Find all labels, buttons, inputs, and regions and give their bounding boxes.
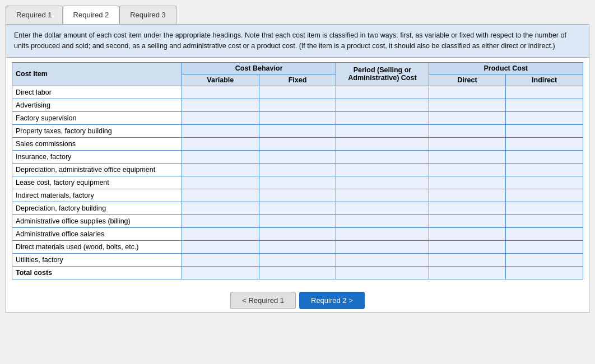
period-input[interactable] — [340, 217, 425, 226]
direct-input[interactable] — [433, 114, 503, 123]
direct-input-cell[interactable] — [429, 86, 506, 99]
variable-input-cell[interactable] — [182, 124, 259, 137]
fixed-input[interactable] — [263, 255, 333, 264]
indirect-input-cell[interactable] — [506, 266, 583, 279]
indirect-input[interactable] — [509, 101, 579, 110]
direct-input[interactable] — [433, 101, 503, 110]
direct-input[interactable] — [433, 217, 503, 226]
direct-input[interactable] — [433, 127, 503, 136]
direct-input-cell[interactable] — [429, 253, 506, 266]
fixed-input[interactable] — [263, 204, 333, 213]
fixed-input-cell[interactable] — [259, 227, 336, 240]
period-input[interactable] — [340, 152, 425, 161]
period-input[interactable] — [340, 268, 425, 277]
variable-input[interactable] — [185, 230, 255, 239]
period-input-cell[interactable] — [336, 124, 429, 137]
period-input[interactable] — [340, 101, 425, 110]
direct-input[interactable] — [433, 178, 503, 187]
direct-input-cell[interactable] — [429, 202, 506, 214]
indirect-input[interactable] — [509, 114, 579, 123]
fixed-input-cell[interactable] — [259, 189, 336, 202]
period-input-cell[interactable] — [336, 240, 429, 253]
indirect-input-cell[interactable] — [506, 240, 583, 253]
tab-required3[interactable]: Required 3 — [119, 6, 176, 24]
variable-input[interactable] — [185, 101, 255, 110]
direct-input[interactable] — [433, 204, 503, 213]
variable-input[interactable] — [185, 268, 255, 277]
fixed-input-cell[interactable] — [259, 111, 336, 124]
variable-input[interactable] — [185, 88, 255, 97]
tab-required2[interactable]: Required 2 — [63, 6, 120, 24]
fixed-input-cell[interactable] — [259, 150, 336, 163]
direct-input[interactable] — [433, 139, 503, 148]
indirect-input[interactable] — [509, 242, 579, 251]
variable-input-cell[interactable] — [182, 214, 259, 227]
prev-button[interactable]: < Required 1 — [230, 292, 296, 309]
fixed-input[interactable] — [263, 152, 333, 161]
period-input-cell[interactable] — [336, 111, 429, 124]
fixed-input[interactable] — [263, 165, 333, 174]
direct-input-cell[interactable] — [429, 227, 506, 240]
fixed-input-cell[interactable] — [259, 266, 336, 279]
variable-input-cell[interactable] — [182, 137, 259, 150]
indirect-input[interactable] — [509, 139, 579, 148]
period-input[interactable] — [340, 242, 425, 251]
variable-input-cell[interactable] — [182, 150, 259, 163]
direct-input-cell[interactable] — [429, 137, 506, 150]
fixed-input[interactable] — [263, 242, 333, 251]
direct-input-cell[interactable] — [429, 150, 506, 163]
period-input-cell[interactable] — [336, 137, 429, 150]
tab-required1[interactable]: Required 1 — [6, 6, 63, 24]
period-input-cell[interactable] — [336, 189, 429, 202]
direct-input-cell[interactable] — [429, 189, 506, 202]
fixed-input-cell[interactable] — [259, 86, 336, 99]
period-input[interactable] — [340, 114, 425, 123]
variable-input-cell[interactable] — [182, 111, 259, 124]
fixed-input[interactable] — [263, 127, 333, 136]
indirect-input[interactable] — [509, 204, 579, 213]
period-input-cell[interactable] — [336, 266, 429, 279]
period-input[interactable] — [340, 178, 425, 187]
fixed-input[interactable] — [263, 230, 333, 239]
variable-input-cell[interactable] — [182, 189, 259, 202]
fixed-input-cell[interactable] — [259, 99, 336, 111]
indirect-input[interactable] — [509, 88, 579, 97]
fixed-input-cell[interactable] — [259, 176, 336, 189]
indirect-input-cell[interactable] — [506, 99, 583, 111]
direct-input[interactable] — [433, 152, 503, 161]
indirect-input-cell[interactable] — [506, 111, 583, 124]
period-input[interactable] — [340, 230, 425, 239]
period-input[interactable] — [340, 191, 425, 200]
fixed-input[interactable] — [263, 101, 333, 110]
direct-input[interactable] — [433, 165, 503, 174]
indirect-input-cell[interactable] — [506, 189, 583, 202]
variable-input-cell[interactable] — [182, 176, 259, 189]
indirect-input[interactable] — [509, 268, 579, 277]
variable-input-cell[interactable] — [182, 99, 259, 111]
indirect-input[interactable] — [509, 217, 579, 226]
period-input[interactable] — [340, 255, 425, 264]
period-input[interactable] — [340, 88, 425, 97]
indirect-input-cell[interactable] — [506, 253, 583, 266]
indirect-input[interactable] — [509, 165, 579, 174]
variable-input[interactable] — [185, 217, 255, 226]
period-input-cell[interactable] — [336, 86, 429, 99]
indirect-input[interactable] — [509, 255, 579, 264]
period-input[interactable] — [340, 127, 425, 136]
variable-input-cell[interactable] — [182, 227, 259, 240]
direct-input-cell[interactable] — [429, 214, 506, 227]
fixed-input-cell[interactable] — [259, 124, 336, 137]
fixed-input-cell[interactable] — [259, 240, 336, 253]
direct-input-cell[interactable] — [429, 240, 506, 253]
variable-input-cell[interactable] — [182, 240, 259, 253]
period-input-cell[interactable] — [336, 202, 429, 214]
period-input-cell[interactable] — [336, 176, 429, 189]
period-input[interactable] — [340, 204, 425, 213]
period-input-cell[interactable] — [336, 99, 429, 111]
variable-input[interactable] — [185, 191, 255, 200]
period-input-cell[interactable] — [336, 163, 429, 176]
indirect-input[interactable] — [509, 178, 579, 187]
variable-input-cell[interactable] — [182, 202, 259, 214]
fixed-input[interactable] — [263, 268, 333, 277]
direct-input[interactable] — [433, 191, 503, 200]
